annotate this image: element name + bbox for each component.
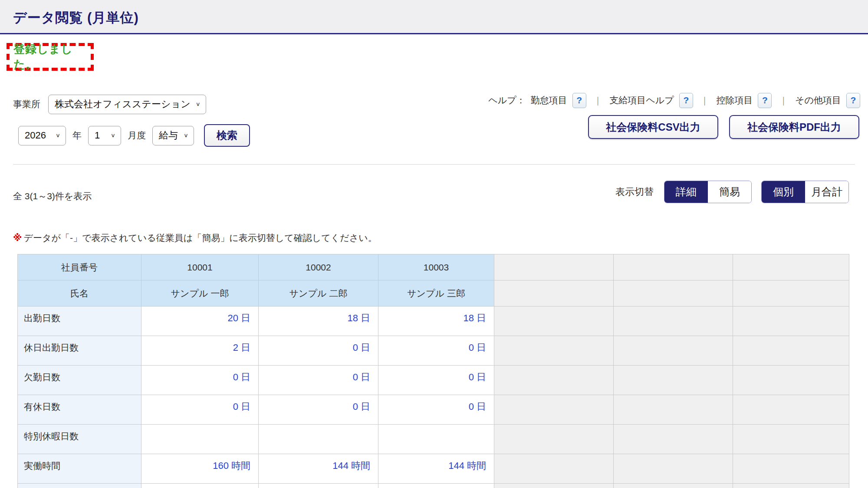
help-question-button[interactable]: ? <box>758 93 772 108</box>
year-select[interactable]: 2026 ∨ <box>18 126 66 145</box>
value-cell: 20 日 <box>141 307 259 336</box>
header-label-cell: 氏名 <box>18 280 141 307</box>
empty-cell <box>494 366 614 395</box>
value-link[interactable]: 0 日 <box>353 401 370 412</box>
value-cell: 0 日 <box>141 366 259 395</box>
header-value-cell: サンプル 二郎 <box>259 280 378 307</box>
empty-cell <box>614 307 733 336</box>
value-link[interactable]: 18 日 <box>347 313 370 323</box>
value-link[interactable]: 0 日 <box>469 401 486 412</box>
year-suffix-label: 年 <box>72 129 82 142</box>
row-label-cell: 有休日数 <box>18 395 141 425</box>
value-cell: 0 日 <box>259 336 378 366</box>
value-cell: 0 日 <box>141 395 259 425</box>
view-toggle-row: 表示切替 詳細簡易 個別月合計 <box>615 181 849 203</box>
month-suffix-label: 月度 <box>128 129 146 142</box>
paytype-select[interactable]: 給与 ∨ <box>152 126 194 145</box>
chevron-down-icon: ∨ <box>56 132 60 138</box>
value-link[interactable]: 18 日 <box>463 313 486 323</box>
pdf-export-button[interactable]: 社会保険料PDF出力 <box>729 115 859 139</box>
row-label-cell: 特別休暇日数 <box>18 425 141 454</box>
empty-cell <box>733 395 849 425</box>
empty-cell <box>614 280 733 307</box>
table-row: 実働時間160 時間144 時間144 時間 <box>18 454 849 484</box>
csv-export-button[interactable]: 社会保険料CSV出力 <box>588 115 718 139</box>
header-value-cell: サンプル 一郎 <box>141 280 259 307</box>
empty-cell <box>494 307 614 336</box>
help-link-3[interactable]: 控除項目 <box>716 94 753 106</box>
empty-cell <box>494 425 614 454</box>
value-link[interactable]: 0 日 <box>233 372 250 382</box>
value-link[interactable]: 0 日 <box>233 401 250 412</box>
period-filter-row: 2026 ∨ 年 1 ∨ 月度 給与 ∨ 検索 <box>18 124 250 147</box>
value-cell: 0 日 <box>259 395 378 425</box>
help-link-2[interactable]: 支給項目ヘルプ <box>609 94 674 106</box>
empty-cell <box>614 336 733 366</box>
value-cell: 0 日 <box>378 366 494 395</box>
result-count: 全 3(1～3)件を表示 <box>13 190 92 202</box>
empty-cell <box>494 254 614 280</box>
help-link-4[interactable]: その他項目 <box>795 94 841 106</box>
value-link[interactable]: 0 日 <box>469 372 486 382</box>
office-select-value: 株式会社オフィスステーション <box>55 98 191 111</box>
monthly-data-table: 社員番号100011000210003氏名サンプル 一郎サンプル 二郎サンプル … <box>17 254 849 488</box>
notice-text: ※データが「-」で表示されている従業員は「簡易」に表示切替して確認してください。 <box>13 232 377 244</box>
help-separator: ｜ <box>700 95 709 106</box>
help-link-1[interactable]: 勤怠項目 <box>531 94 567 106</box>
toggle-scope-1[interactable]: 個別 <box>762 181 805 203</box>
export-buttons-row: 社会保険料CSV出力 社会保険料PDF出力 <box>588 115 859 139</box>
toggle-scope-2[interactable]: 月合計 <box>805 181 848 203</box>
help-separator: ｜ <box>594 95 602 106</box>
month-select[interactable]: 1 ∨ <box>88 126 121 145</box>
empty-cell <box>614 395 733 425</box>
value-link[interactable]: 144 時間 <box>332 460 370 471</box>
header-value-cell: 10003 <box>378 254 494 280</box>
value-cell <box>378 484 494 488</box>
value-link[interactable]: 160 時間 <box>213 460 250 471</box>
value-link[interactable]: 144 時間 <box>448 460 486 471</box>
month-select-value: 1 <box>95 130 100 141</box>
value-link[interactable]: 0 日 <box>353 342 370 353</box>
value-cell: 0 日 <box>259 366 378 395</box>
header-value-cell: 10002 <box>259 254 378 280</box>
toggle-detail-1[interactable]: 詳細 <box>664 181 708 203</box>
value-link[interactable]: 20 日 <box>227 313 250 323</box>
value-cell <box>378 425 494 454</box>
view-toggle-label: 表示切替 <box>615 185 654 198</box>
empty-cell <box>494 484 614 488</box>
value-link[interactable]: 0 日 <box>353 372 370 382</box>
toggle-detail-2[interactable]: 簡易 <box>708 181 751 203</box>
row-label-cell <box>18 484 141 488</box>
chevron-down-icon: ∨ <box>196 101 201 107</box>
help-question-button[interactable]: ? <box>679 93 693 108</box>
help-question-button[interactable]: ? <box>846 93 860 108</box>
search-button[interactable]: 検索 <box>204 124 250 147</box>
empty-cell <box>733 484 849 488</box>
office-label: 事業所 <box>13 98 40 110</box>
empty-cell <box>733 280 849 307</box>
table-row: 特別休暇日数 <box>18 425 849 454</box>
empty-cell <box>614 454 733 484</box>
value-cell <box>259 484 378 488</box>
row-label-cell: 出勤日数 <box>18 307 141 336</box>
empty-cell <box>733 366 849 395</box>
table-row: 欠勤日数0 日0 日0 日 <box>18 366 849 395</box>
empty-cell <box>494 395 614 425</box>
help-links-row: ヘルプ： 勤怠項目?｜支給項目ヘルプ?｜控除項目?｜その他項目? <box>488 92 860 109</box>
value-cell: 144 時間 <box>378 454 494 484</box>
help-question-button[interactable]: ? <box>572 93 586 108</box>
empty-cell <box>733 425 849 454</box>
table-row-partial <box>18 484 849 488</box>
section-divider <box>13 164 855 165</box>
individual-total-toggle: 個別月合計 <box>761 181 849 203</box>
value-cell <box>141 484 259 488</box>
paytype-select-value: 給与 <box>159 129 178 142</box>
empty-cell <box>494 336 614 366</box>
value-link[interactable]: 2 日 <box>233 342 250 353</box>
table-row: 有休日数0 日0 日0 日 <box>18 395 849 425</box>
table-header-row: 氏名サンプル 一郎サンプル 二郎サンプル 三郎 <box>18 280 849 307</box>
office-select[interactable]: 株式会社オフィスステーション ∨ <box>48 95 206 114</box>
value-cell: 160 時間 <box>141 454 259 484</box>
value-cell: 0 日 <box>378 395 494 425</box>
value-link[interactable]: 0 日 <box>469 342 486 353</box>
